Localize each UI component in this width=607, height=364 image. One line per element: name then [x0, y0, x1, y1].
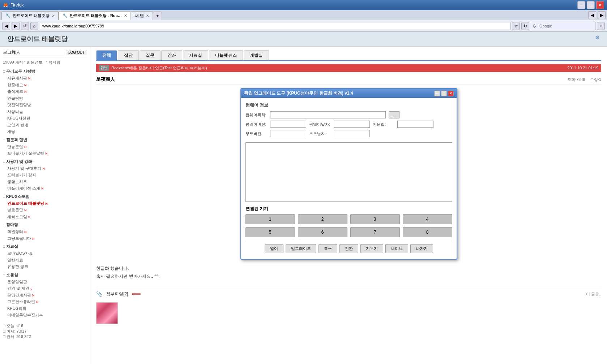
tab-2-close[interactable]: ✕	[124, 14, 127, 18]
dialog-open-btn[interactable]: 열어	[265, 244, 283, 253]
device-btn-5[interactable]: 5	[245, 227, 295, 237]
sidebar-item-app[interactable]: 어플리케이션 소개 N	[3, 185, 87, 192]
reload-btn[interactable]: ↺	[21, 22, 29, 30]
sidebar-item-portable-lecture[interactable]: 포터블기기 강좌	[3, 172, 87, 178]
tab-3[interactable]: 새 탭 ✕	[131, 11, 153, 20]
sidebar-item-person[interactable]: 인물탐방	[3, 95, 87, 102]
sidebar-item-review[interactable]: 사용기 및 구매후기 N	[3, 165, 87, 172]
device-btn-7[interactable]: 7	[350, 227, 400, 237]
sidebar-item-board1[interactable]: 자유게시판 N	[3, 75, 87, 82]
device-btn-8[interactable]: 8	[403, 227, 452, 237]
device-btn-4[interactable]: 4	[403, 214, 452, 224]
sidebar-item-rules[interactable]: KPUG회칙	[3, 305, 87, 312]
bookmark-star[interactable]: ☆	[512, 22, 520, 30]
dialog-max-btn[interactable]: □	[441, 91, 447, 96]
minimize-btn[interactable]: ─	[577, 1, 585, 9]
mail-link[interactable]: * 쪽지함	[46, 60, 60, 64]
sidebar-item-suggestion[interactable]: 건의 및 제안 u	[3, 285, 87, 292]
sidebar-section-5: 자료실 모바일OS자료 일반자료 유용한 링크	[3, 243, 87, 270]
sidebar-item-share[interactable]: 사랑나눔	[3, 108, 87, 115]
sidebar-item-attendance[interactable]: 출석체크 N	[3, 88, 87, 95]
sidebar-item-memo[interactable]: 한줄메모 N	[3, 82, 87, 88]
maximize-btn[interactable]: □	[587, 1, 595, 9]
firmware-date-input[interactable]	[334, 121, 370, 128]
sidebar-section-title-0: 우리모두 사랑방	[3, 68, 87, 75]
home-btn[interactable]: ⌂	[30, 22, 38, 30]
nav-tab-dev[interactable]: 개발실	[244, 50, 269, 60]
device-btn-3[interactable]: 3	[350, 214, 400, 224]
attachment-link[interactable]: 첨부파일[2]	[106, 291, 128, 297]
boot-ver-input[interactable]	[270, 130, 306, 137]
firmware-ver-input[interactable]	[270, 121, 306, 128]
nav-tabs: 전체 잡담 질문 강좌 자료실 타블렛뉴스 개발실	[96, 50, 601, 61]
address-bar[interactable]	[40, 22, 510, 30]
new-tab-btn[interactable]: +	[153, 12, 162, 20]
sidebar-item-comms[interactable]: 고른건소통라인 N	[3, 298, 87, 305]
dialog-exit-btn[interactable]: 나가기	[410, 244, 433, 253]
nav-tab-data[interactable]: 자료실	[183, 50, 208, 60]
nav-tab-news[interactable]: 타블렛뉴스	[209, 50, 243, 60]
boot-date-input[interactable]	[334, 130, 370, 137]
tab-3-close[interactable]: ✕	[146, 14, 149, 18]
sidebar-item-general-data[interactable]: 일반자료	[3, 257, 87, 264]
attachment-icon: 📎	[96, 291, 102, 297]
sidebar-item-ops[interactable]: 운영건게시판 N	[3, 292, 87, 299]
sidebar-item-market[interactable]: 회원장터 N	[3, 228, 87, 235]
dialog-restore-btn[interactable]: 복구	[319, 244, 337, 253]
this-post-link[interactable]: 이 글을..	[586, 291, 601, 297]
dialog-save-btn[interactable]: 세이브	[385, 244, 408, 253]
dialog-convert-btn[interactable]: 전환	[339, 244, 358, 253]
tab-1[interactable]: 🔧 안드로이드 태블릿당 ✕	[1, 11, 59, 20]
dialog-min-btn[interactable]: —	[434, 91, 440, 96]
menu-btn[interactable]: ≡	[597, 22, 605, 30]
nav-tab-all[interactable]: 전체	[96, 50, 117, 60]
back-btn[interactable]: ◀	[2, 22, 10, 30]
firmware-path-input[interactable]	[270, 111, 386, 118]
dialog-upgrade-btn[interactable]: 업그레이드	[286, 244, 316, 253]
profile-link[interactable]: * 회원정보	[24, 60, 43, 64]
sidebar-item-nalro[interactable]: 날로문답 N	[3, 207, 87, 213]
browser-scroll-left[interactable]: ◀	[588, 11, 596, 19]
attachment-section: 📎 첨부파일[2] ⟸ 이 글을..	[96, 286, 601, 298]
dialog-erase-btn[interactable]: 지우기	[360, 244, 383, 253]
sidebar-section-3: KPUG소모임 안드로이드 태블릿당 N 날로문답 N 새싹소모임 v	[3, 193, 87, 220]
logout-btn[interactable]: LOG OUT	[66, 50, 87, 55]
sidebar-item-free[interactable]: 그냥드립니다 N	[3, 235, 87, 242]
sidebar-item-no-spam[interactable]: 이메일무단수집거부	[3, 312, 87, 318]
tab-2[interactable]: 🔧 안드로이드 태블릿당 - Rockchip계... ✕	[59, 11, 131, 20]
dialog-log-area[interactable]	[245, 142, 452, 202]
sidebar-item-links[interactable]: 유용한 링크	[3, 263, 87, 270]
tab-1-close[interactable]: ✕	[52, 14, 55, 18]
search-input[interactable]	[537, 22, 595, 30]
dialog-close-btn[interactable]: ✕	[448, 91, 454, 96]
sidebar-item-dict[interactable]: KPUG사전관	[3, 115, 87, 122]
refresh-small[interactable]: ↻	[521, 22, 529, 30]
sidebar-item-knowhow[interactable]: 생활노하우	[3, 178, 87, 185]
support-input[interactable]	[397, 121, 433, 128]
device-btn-1[interactable]: 1	[245, 214, 295, 224]
sidebar-item-chat[interactable]: 채팅	[3, 128, 87, 135]
forward-btn[interactable]: ▶	[12, 22, 20, 30]
dialog-window: 롹칩 업그레이드 도구 (KPUG성야무인 한글화 버전) v1.4 — □ ✕…	[240, 88, 457, 260]
browser-scroll-right[interactable]: ▶	[598, 11, 606, 19]
nav-tab-chat[interactable]: 잡담	[118, 50, 139, 60]
nav-tab-qna[interactable]: 질문	[140, 50, 161, 60]
sidebar-item-mobile-os[interactable]: 모바일OS자료	[3, 250, 87, 257]
device-btn-2[interactable]: 2	[298, 214, 347, 224]
post-thumbnail[interactable]	[96, 302, 118, 324]
nav-tab-lecture[interactable]: 강좌	[161, 50, 182, 60]
sidebar-item-food[interactable]: 맛집먹집탐방	[3, 101, 87, 108]
device-btn-6[interactable]: 6	[298, 227, 347, 237]
sidebar-item-new-group[interactable]: 새싹소모임 v	[3, 213, 87, 220]
post-line-1: 한글화 했습니다.	[96, 265, 601, 273]
sidebar-item-android-tablet[interactable]: 안드로이드 태블릿당 N	[3, 200, 87, 207]
close-btn[interactable]: ✕	[596, 1, 604, 9]
sidebar-item-meet[interactable]: 모임과 번개	[3, 122, 87, 129]
page-wrapper: 안드로이드 태블릿당 ⚙ 로그舞人 LOG OUT 19099 게력 * 회원정…	[0, 32, 607, 364]
sidebar-item-notice[interactable]: 운영알림판	[3, 278, 87, 285]
dialog-title: 롹칩 업그레이드 도구 (KPUG성야무인 한글화 버전) v1.4	[244, 90, 353, 96]
sidebar-item-qna[interactable]: 만능문답 N	[3, 143, 87, 150]
site-icon: ⚙	[595, 35, 600, 40]
browse-btn[interactable]: ...	[389, 111, 399, 118]
sidebar-item-portable-qna[interactable]: 포터블기기 질문답변 N	[3, 150, 87, 157]
